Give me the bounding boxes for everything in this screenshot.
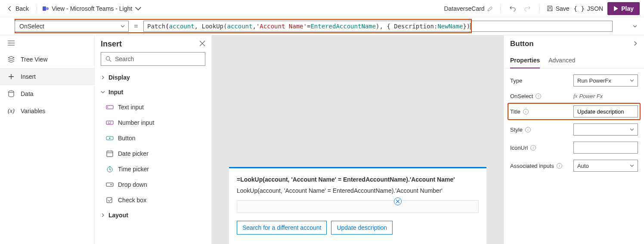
braces-icon: { } (574, 5, 585, 12)
save-icon (547, 5, 553, 12)
card-update-button[interactable]: Update description (331, 221, 393, 235)
insert-item-check-box[interactable]: Check box (101, 192, 205, 208)
tab-advanced[interactable]: Advanced (548, 53, 575, 68)
chevron-down-icon (630, 127, 634, 132)
hamburger-icon (8, 40, 15, 46)
prop-row-iconurl: IconUrl i (510, 142, 638, 154)
properties-panel-expand[interactable] (633, 40, 638, 47)
select-value: Auto (577, 163, 589, 169)
fx-token: Patch (147, 23, 165, 30)
chevron-down-icon (121, 24, 125, 28)
insert-item-text-input[interactable]: Text input (101, 99, 205, 115)
json-label: JSON (587, 5, 603, 12)
checkbox-icon (106, 196, 114, 204)
item-label: Number input (118, 119, 154, 126)
fx-token: account (227, 23, 252, 30)
chevron-right-icon (633, 41, 638, 46)
svg-point-3 (106, 56, 110, 60)
save-button[interactable]: Save (547, 5, 570, 12)
nav-data[interactable]: Data (0, 85, 94, 102)
fx-token: , LookUp( (195, 23, 227, 30)
item-label: Check box (118, 197, 146, 204)
dropdown-icon (106, 181, 114, 188)
prop-row-onselect: OnSelect i fx Power Fx (510, 93, 638, 99)
iconurl-input[interactable] (573, 142, 638, 154)
insert-group-input[interactable]: Input (101, 85, 205, 99)
play-icon (613, 6, 619, 11)
fx-token: NewName (437, 23, 463, 30)
insert-item-number-input[interactable]: 12 Number input (101, 115, 205, 130)
json-button[interactable]: { } JSON (574, 5, 604, 12)
nav-insert[interactable]: Insert (0, 68, 94, 85)
prop-label: Title (510, 108, 520, 115)
insert-item-date-picker[interactable]: Date picker (101, 146, 205, 161)
insert-group-layout[interactable]: Layout (101, 208, 205, 222)
search-placeholder: Search (115, 56, 134, 62)
equals-label: = (129, 22, 143, 30)
style-select[interactable] (573, 124, 638, 136)
undo-button[interactable] (508, 3, 518, 14)
group-label: Layout (108, 212, 128, 219)
design-canvas[interactable]: =LookUp(account, 'Account Name' = Entere… (212, 35, 504, 244)
fx-token: EnteredAccountName (310, 23, 376, 30)
chevron-down-icon (135, 5, 142, 12)
insert-group-display[interactable]: Display (101, 70, 205, 85)
chevron-down-icon (630, 164, 634, 168)
svg-rect-9 (107, 151, 113, 157)
tab-label: Advanced (548, 57, 575, 64)
clock-icon (106, 165, 114, 173)
nav-variables[interactable]: (x) Variables (0, 102, 94, 120)
separator (37, 4, 37, 13)
fx-token: account (169, 23, 195, 30)
chevron-down-icon (101, 90, 105, 94)
properties-panel: Button Properties Advanced Type Run Powe… (504, 35, 644, 244)
back-label: Back (15, 5, 29, 12)
insert-item-time-picker[interactable]: Time picker (101, 161, 205, 177)
fx-token: ), { Description: (376, 23, 437, 30)
card-search-button[interactable]: Search for a different account (237, 221, 327, 235)
item-label: Date picker (118, 150, 149, 157)
formula-input[interactable]: Patch(account, LookUp(account, 'Account … (143, 21, 613, 32)
clear-input-button[interactable] (394, 198, 402, 205)
item-label: Time picker (118, 166, 149, 173)
theme-selector[interactable]: View - Microsoft Teams - Light (42, 5, 142, 12)
redo-button (522, 3, 533, 14)
undo-icon (509, 5, 516, 12)
type-select[interactable]: Run PowerFx (573, 74, 638, 86)
card-name-field[interactable]: DataverseCard (444, 5, 493, 12)
insert-panel-close[interactable] (199, 40, 205, 48)
back-button[interactable]: Back (4, 3, 31, 14)
nav-tree-view[interactable]: Tree View (0, 51, 94, 68)
prop-row-style: Style i (510, 124, 638, 136)
nav-label: Variables (21, 108, 45, 114)
play-button[interactable]: Play (607, 2, 640, 15)
property-selector[interactable]: OnSelect (15, 21, 129, 32)
left-nav: Tree View Insert Data (x) Variables (0, 35, 95, 244)
formula-expand-button[interactable] (633, 23, 637, 30)
svg-rect-11 (106, 183, 113, 186)
svg-rect-0 (43, 6, 46, 11)
insert-item-drop-down[interactable]: Drop down (101, 177, 205, 192)
inputs-select[interactable]: Auto (573, 160, 638, 172)
calendar-icon (106, 150, 114, 158)
card-text-input[interactable] (237, 200, 479, 213)
info-icon: i (530, 145, 536, 151)
prop-row-inputs: Associated inputs i Auto (510, 160, 638, 172)
hamburger-button[interactable] (0, 35, 94, 51)
prop-label: Associated inputs (510, 163, 554, 169)
chevron-right-icon (101, 213, 105, 217)
fx-token: , (252, 23, 256, 30)
nav-label: Data (21, 90, 34, 97)
group-label: Input (108, 89, 123, 96)
tab-properties[interactable]: Properties (510, 53, 540, 68)
text-input-icon (106, 103, 114, 111)
theme-label: View - Microsoft Teams - Light (52, 5, 132, 12)
title-input[interactable] (573, 105, 638, 117)
insert-panel-title: Insert (101, 40, 122, 49)
button-label: Search for a different account (242, 224, 321, 231)
svg-rect-12 (107, 198, 112, 203)
insert-item-button[interactable]: Button (101, 130, 205, 146)
insert-search-input[interactable]: Search (101, 52, 205, 66)
info-icon: i (536, 93, 541, 99)
onselect-value[interactable]: fx Power Fx (573, 93, 638, 99)
